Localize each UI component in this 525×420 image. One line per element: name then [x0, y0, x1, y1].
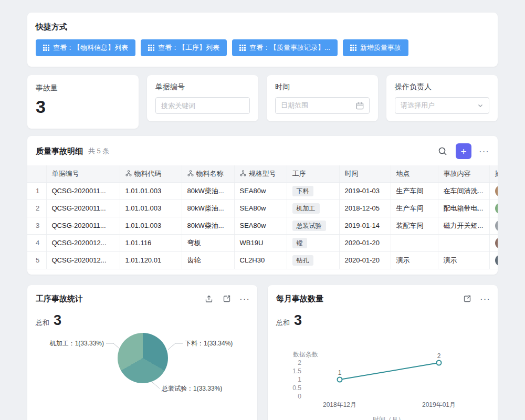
add-record-button[interactable]: +	[456, 143, 471, 159]
pie-card-header: 工序事故统计 ···	[27, 285, 257, 304]
export-icon	[205, 295, 213, 303]
cell-spec: SEA80w	[234, 200, 287, 217]
doc-no-label: 单据编号	[155, 82, 250, 92]
cell-material-code: 1.01.01.003	[120, 217, 182, 234]
accident-detail-card: 质量事故明细 共 5 条 + ···	[27, 136, 498, 275]
pie-card-tools: ···	[204, 293, 250, 304]
date-range-placeholder: 日期范围	[281, 101, 308, 110]
cell-place: 装配车间	[391, 217, 438, 234]
cell-spec: SEA80w	[234, 217, 287, 234]
shortcut-view-accident-records-button[interactable]: 查看：【质量事故记录】...	[232, 39, 338, 56]
total-label: 总和	[36, 318, 49, 328]
grid-icon	[350, 45, 356, 51]
avatar	[495, 203, 498, 214]
cell-place: 生产车间	[391, 182, 438, 200]
date-range-input[interactable]: 日期范围	[275, 97, 370, 114]
col-content[interactable]: 事故内容	[438, 165, 489, 182]
cell-time: 2018-12-05	[339, 200, 391, 217]
export-button[interactable]	[204, 293, 214, 304]
accident-count-card: 事故量 3	[27, 75, 139, 129]
cell-material-code: 1.01.120.01	[120, 251, 182, 269]
col-time[interactable]: 时间	[339, 165, 391, 182]
calendar-icon[interactable]	[356, 102, 364, 110]
table-record-count: 共 5 条	[88, 146, 109, 156]
table-row[interactable]: 4 QCSG-2020012... 1.01.116 弯板 WB19U 镗 20…	[27, 234, 498, 251]
line-plot: 12	[310, 352, 467, 401]
doc-no-search-input[interactable]	[155, 97, 250, 114]
cell-owner	[489, 200, 498, 217]
cell-content: 磁力开关短...	[438, 217, 489, 234]
user-select-placeholder: 请选择用户	[401, 101, 435, 110]
open-fullscreen-button[interactable]	[222, 293, 232, 304]
shortcuts-card: 快捷方式 查看：【物料信息】列表 查看：【工序】列表 查看：【质量事故记录】..…	[27, 13, 498, 67]
shortcut-view-process-list-button[interactable]: 查看：【工序】列表	[141, 39, 227, 56]
filter-row: 事故量 3 单据编号 时间 日期范围 操作负责人 请选择用户	[27, 75, 498, 129]
shortcuts-row: 查看：【物料信息】列表 查看：【工序】列表 查看：【质量事故记录】... 新增质…	[36, 39, 489, 56]
cell-spec: CL2H30	[234, 251, 287, 269]
process-tag: 下料	[292, 186, 313, 196]
table-row[interactable]: 2 QCSG-2020011... 1.01.01.003 80kW柴油... …	[27, 200, 498, 217]
cell-process: 下料	[287, 182, 339, 200]
cell-material-code: 1.01.01.003	[120, 182, 182, 200]
col-material-name[interactable]: 物料名称	[182, 165, 234, 182]
cell-content: 配电箱带电...	[438, 200, 489, 217]
svg-text:2: 2	[437, 352, 441, 360]
row-index: 1	[27, 182, 46, 200]
cell-place	[391, 234, 438, 251]
col-spec-model[interactable]: 规格型号	[234, 165, 287, 182]
cell-place: 生产车间	[391, 200, 438, 217]
x-category: 2018年12月	[323, 401, 356, 410]
more-icon: ···	[239, 294, 250, 304]
svg-text:1: 1	[338, 369, 342, 376]
cell-content: 演示	[438, 251, 489, 269]
pie-label-machining: 机加工：1(33.33%)	[36, 339, 104, 348]
cell-material-name: 齿轮	[182, 251, 234, 269]
cell-spec: SEA80w	[234, 182, 287, 200]
table-row[interactable]: 1 QCSG-2020011... 1.01.01.003 80kW柴油... …	[27, 182, 498, 200]
time-filter-card: 时间 日期范围	[267, 75, 378, 121]
x-category: 2019年01月	[422, 401, 456, 410]
col-owner[interactable]: 操作负责人	[489, 165, 498, 182]
cell-doc-no: QCSG-2020012...	[46, 234, 120, 251]
chevron-down-icon[interactable]	[477, 102, 484, 109]
col-doc-no[interactable]: 单据编号	[46, 165, 120, 182]
line-more-button[interactable]: ···	[480, 295, 490, 303]
y-tick: 1	[268, 375, 301, 384]
process-tag: 镗	[292, 238, 307, 248]
row-index: 4	[27, 234, 46, 251]
table-title: 质量事故明细	[36, 146, 83, 156]
table-row[interactable]: 5 QCSG-2020012... 1.01.120.01 齿轮 CL2H30 …	[27, 251, 498, 269]
col-material-code[interactable]: 物料代码	[120, 165, 182, 182]
charts-row: 工序事故统计 ···	[27, 285, 498, 420]
doc-no-filter-card: 单据编号	[147, 75, 258, 121]
pie-more-button[interactable]: ···	[239, 295, 250, 303]
shortcut-view-material-list-button[interactable]: 查看：【物料信息】列表	[36, 39, 135, 56]
cell-material-name: 80kW柴油...	[182, 217, 234, 234]
shortcut-label: 查看：【物料信息】列表	[53, 43, 128, 52]
table-row[interactable]: 3 QCSG-2020011... 1.01.01.003 80kW柴油... …	[27, 217, 498, 234]
cell-place: 演示	[391, 251, 438, 269]
cell-material-code: 1.01.01.003	[120, 200, 182, 217]
grid-icon	[148, 45, 154, 51]
total-value: 3	[54, 312, 61, 329]
user-select[interactable]: 请选择用户	[395, 97, 489, 114]
line-card-header: 每月事故数量 ···	[268, 285, 498, 304]
cell-doc-no: QCSG-2020011...	[46, 217, 120, 234]
open-fullscreen-button[interactable]	[462, 293, 472, 304]
line-chart-area: 数据条数 2 1.5 1 0.5 0 12 2018年12月 2019年01月 …	[268, 350, 498, 420]
cell-process: 机加工	[287, 200, 339, 217]
shortcut-add-accident-button[interactable]: 新增质量事故	[343, 39, 408, 56]
y-tick: 2	[268, 359, 301, 367]
process-tag: 钻孔	[292, 255, 313, 266]
grid-icon	[239, 45, 246, 51]
accident-table: 单据编号 物料代码 物料名称 规格型号 工序 时间 地点 事故内容 操作负责人 …	[27, 165, 498, 269]
table-more-button[interactable]: ···	[479, 147, 489, 156]
col-process[interactable]: 工序	[287, 165, 339, 182]
cell-content	[438, 234, 489, 251]
avatar	[495, 255, 498, 266]
search-button[interactable]	[437, 145, 448, 157]
table-card-header: 质量事故明细 共 5 条 + ···	[27, 136, 498, 165]
line-chart-title: 每月事故数量	[276, 294, 323, 304]
cell-time: 2020-01-20	[339, 234, 391, 251]
col-place[interactable]: 地点	[391, 165, 438, 182]
